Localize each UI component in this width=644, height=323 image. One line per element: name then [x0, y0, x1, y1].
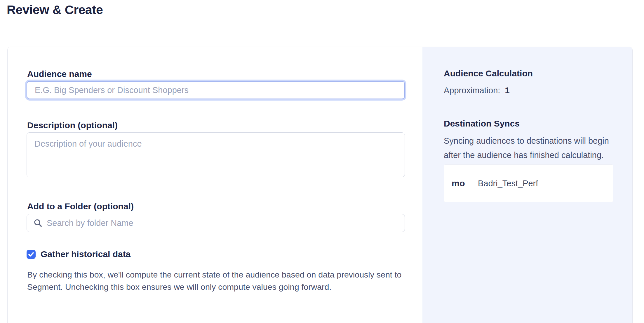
destination-syncs-heading: Destination Syncs: [444, 118, 520, 129]
folder-search-input[interactable]: [43, 214, 405, 232]
form-column: Audience name Description (optional) Add…: [27, 47, 405, 323]
audience-name-input[interactable]: [27, 81, 405, 99]
search-icon: [33, 218, 43, 228]
gather-historical-checkbox[interactable]: [27, 250, 36, 259]
folder-search-box[interactable]: [27, 214, 405, 232]
approximation-row: Approximation: 1: [444, 85, 510, 96]
description-textarea[interactable]: [27, 132, 405, 177]
page-title: Review & Create: [7, 2, 103, 17]
gather-historical-label[interactable]: Gather historical data: [41, 249, 130, 259]
approximation-value: 1: [505, 86, 510, 95]
historical-help-text: By checking this box, we'll compute the …: [27, 268, 410, 293]
description-label: Description (optional): [27, 120, 118, 131]
destination-name: Badri_Test_Perf: [478, 179, 538, 188]
review-create-card: Audience name Description (optional) Add…: [7, 47, 633, 323]
approximation-label: Approximation:: [444, 86, 500, 95]
destination-syncs-description: Syncing audiences to destinations will b…: [444, 134, 619, 162]
audience-name-label: Audience name: [27, 69, 92, 80]
destination-logo-mo: mo: [452, 178, 465, 188]
destination-sync-item[interactable]: mo Badri_Test_Perf: [444, 164, 613, 202]
audience-calculation-heading: Audience Calculation: [444, 68, 533, 79]
checkmark-icon: [28, 251, 34, 258]
summary-sidebar: Audience Calculation Approximation: 1 De…: [422, 47, 633, 323]
folder-label: Add to a Folder (optional): [27, 201, 134, 212]
